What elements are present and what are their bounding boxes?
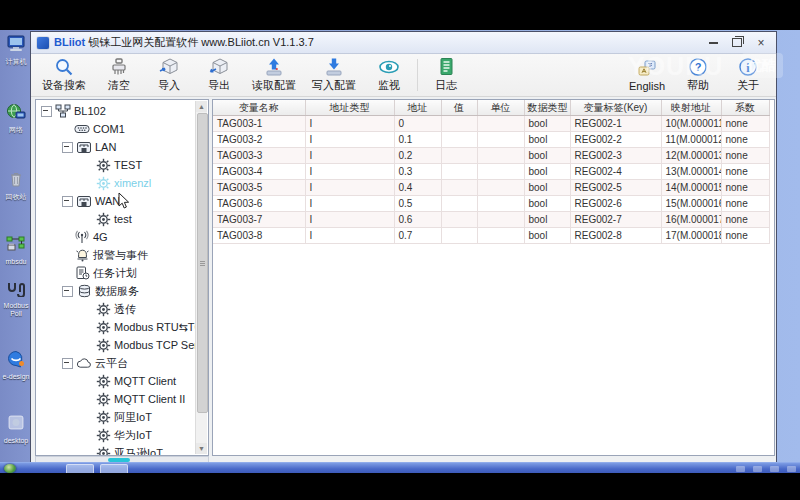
- desktop-icon-e-design[interactable]: e-design: [1, 350, 31, 381]
- toolbar-button-read-config[interactable]: 读取配置: [244, 55, 304, 95]
- tree-item-ximenzl[interactable]: ximenzl: [36, 174, 196, 192]
- table-cell[interactable]: REG002-7: [570, 212, 661, 228]
- system-tray[interactable]: [606, 465, 796, 473]
- tree-item-wan[interactable]: WAN: [36, 192, 196, 210]
- table-cell[interactable]: none: [721, 212, 769, 228]
- table-cell[interactable]: bool: [524, 164, 570, 180]
- start-button[interactable]: [4, 464, 16, 473]
- tree-item-[interactable]: 透传: [36, 300, 196, 318]
- table-cell[interactable]: 0.1: [394, 132, 441, 148]
- table-cell[interactable]: I: [305, 148, 394, 164]
- table-cell[interactable]: bool: [524, 180, 570, 196]
- table-cell[interactable]: 17(M.000018): [661, 228, 721, 244]
- tree-item-iot[interactable]: 华为IoT: [36, 426, 196, 444]
- tree-item-modbus-tcp-server[interactable]: Modbus TCP Server: [36, 336, 196, 354]
- table-cell[interactable]: none: [721, 164, 769, 180]
- table-cell[interactable]: I: [305, 228, 394, 244]
- table-cell[interactable]: 10(M.000011): [661, 116, 721, 132]
- table-cell[interactable]: 0.5: [394, 196, 441, 212]
- tree-item-lan[interactable]: LAN: [36, 138, 196, 156]
- table-cell[interactable]: bool: [524, 116, 570, 132]
- table-cell[interactable]: 0.7: [394, 228, 441, 244]
- table-cell[interactable]: [441, 180, 477, 196]
- table-cell[interactable]: REG002-3: [570, 148, 661, 164]
- column-header[interactable]: 值: [441, 100, 477, 116]
- table-cell[interactable]: none: [721, 228, 769, 244]
- table-cell[interactable]: none: [721, 180, 769, 196]
- table-cell[interactable]: 0.2: [394, 148, 441, 164]
- table-cell[interactable]: [441, 196, 477, 212]
- table-cell[interactable]: 0.6: [394, 212, 441, 228]
- table-cell[interactable]: [477, 228, 524, 244]
- table-cell[interactable]: none: [721, 132, 769, 148]
- column-header[interactable]: 变量名称: [213, 100, 305, 116]
- table-cell[interactable]: [477, 116, 524, 132]
- table-row[interactable]: TAG003-8I0.7boolREG002-817(M.000018)none: [213, 228, 769, 244]
- toolbar-button-export[interactable]: 导出: [194, 55, 244, 95]
- desktop-icon-网络[interactable]: 网络: [1, 103, 31, 134]
- tree-item-mqtt-client[interactable]: MQTT Client: [36, 372, 196, 390]
- tree-item-bl102[interactable]: BL102: [36, 102, 196, 120]
- table-cell[interactable]: I: [305, 132, 394, 148]
- table-row[interactable]: TAG003-3I0.2boolREG002-312(M.000013)none: [213, 148, 769, 164]
- table-cell[interactable]: [477, 148, 524, 164]
- table-cell[interactable]: none: [721, 116, 769, 132]
- table-cell[interactable]: TAG003-6: [213, 196, 305, 212]
- table-cell[interactable]: [441, 132, 477, 148]
- tree-item-[interactable]: 任务计划: [36, 264, 196, 282]
- table-cell[interactable]: bool: [524, 132, 570, 148]
- table-cell[interactable]: TAG003-8: [213, 228, 305, 244]
- table-cell[interactable]: 13(M.000014): [661, 164, 721, 180]
- toolbar-button-clear-brush[interactable]: 清空: [94, 55, 144, 95]
- table-cell[interactable]: [477, 180, 524, 196]
- toolbar-button-monitor-eye[interactable]: 监视: [364, 55, 414, 95]
- table-row[interactable]: TAG003-5I0.4boolREG002-514(M.000015)none: [213, 180, 769, 196]
- table-cell[interactable]: bool: [524, 212, 570, 228]
- table-row[interactable]: TAG003-2I0.1boolREG002-211(M.000012)none: [213, 132, 769, 148]
- column-header[interactable]: 映射地址: [661, 100, 721, 116]
- table-cell[interactable]: bool: [524, 148, 570, 164]
- table-cell[interactable]: I: [305, 180, 394, 196]
- scroll-up-icon[interactable]: ▲: [196, 101, 207, 112]
- column-header[interactable]: 数据类型: [524, 100, 570, 116]
- toolbar-button-help[interactable]: ? 帮助: [673, 55, 723, 95]
- toolbar-button-about[interactable]: i 关于: [723, 55, 773, 95]
- scrollbar-thumb[interactable]: [197, 113, 208, 413]
- minimize-button[interactable]: [706, 37, 720, 49]
- title-bar[interactable]: BLiiot 钡铼工业网关配置软件 www.BLiiot.cn V1.1.3.7…: [31, 32, 776, 54]
- tree-collapse-icon[interactable]: [62, 196, 73, 207]
- table-cell[interactable]: 0: [394, 116, 441, 132]
- table-cell[interactable]: I: [305, 164, 394, 180]
- table-row[interactable]: TAG003-1I0boolREG002-110(M.000011)none: [213, 116, 769, 132]
- table-cell[interactable]: 0.3: [394, 164, 441, 180]
- table-cell[interactable]: TAG003-4: [213, 164, 305, 180]
- tree-item-test[interactable]: test: [36, 210, 196, 228]
- table-cell[interactable]: [441, 212, 477, 228]
- table-cell[interactable]: 11(M.000012): [661, 132, 721, 148]
- desktop-icon-计算机[interactable]: 计算机: [1, 35, 31, 66]
- column-header[interactable]: 地址: [394, 100, 441, 116]
- table-cell[interactable]: I: [305, 116, 394, 132]
- scroll-down-icon[interactable]: ▼: [196, 443, 207, 454]
- tree-collapse-icon[interactable]: [62, 142, 73, 153]
- tree-collapse-icon[interactable]: [41, 106, 52, 117]
- tree-item-[interactable]: 云平台: [36, 354, 196, 372]
- table-cell[interactable]: TAG003-2: [213, 132, 305, 148]
- table-cell[interactable]: REG002-1: [570, 116, 661, 132]
- table-row[interactable]: TAG003-7I0.6boolREG002-716(M.000017)none: [213, 212, 769, 228]
- tree-collapse-icon[interactable]: [62, 286, 73, 297]
- toolbar-button-log[interactable]: 日志: [421, 55, 471, 95]
- toolbar-button-write-config[interactable]: 写入配置: [304, 55, 364, 95]
- tree-item-iot[interactable]: 亚马逊IoT: [36, 444, 196, 456]
- table-cell[interactable]: TAG003-5: [213, 180, 305, 196]
- table-cell[interactable]: [477, 212, 524, 228]
- table-cell[interactable]: REG002-5: [570, 180, 661, 196]
- desktop-icon-desktop[interactable]: desktop: [1, 414, 31, 445]
- close-button[interactable]: ×: [754, 37, 768, 49]
- table-cell[interactable]: none: [721, 196, 769, 212]
- desktop-icon-modbus-poll[interactable]: Modbus Poll: [1, 281, 31, 318]
- column-header[interactable]: 系数: [721, 100, 769, 116]
- tree-item-com1[interactable]: COM1: [36, 120, 196, 138]
- toolbar-button-search[interactable]: 设备搜索: [34, 55, 94, 95]
- table-cell[interactable]: [477, 196, 524, 212]
